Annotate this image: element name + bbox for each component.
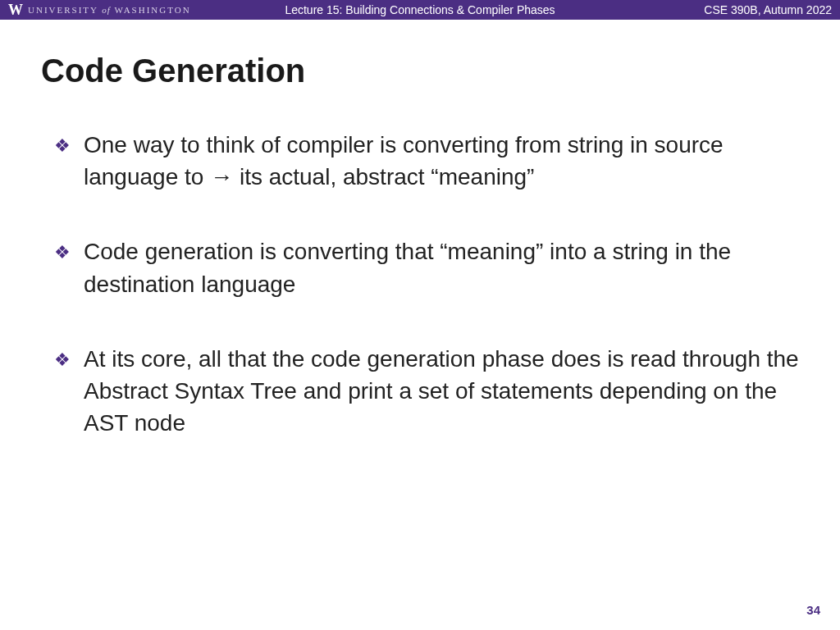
bullet-text: Code generation is converting that “mean… [84, 235, 799, 299]
slide-title: Code Generation [41, 52, 799, 89]
page-number: 34 [806, 603, 820, 617]
course-info: CSE 390B, Autumn 2022 [704, 3, 832, 16]
university-prefix: UNIVERSITY [28, 5, 98, 15]
university-name: UNIVERSITY of WASHINGTON [28, 5, 191, 15]
uw-logo-icon: W [8, 2, 23, 17]
bullet-text: At its core, all that the code generatio… [84, 343, 799, 440]
diamond-bullet-icon: ❖ [54, 240, 71, 266]
list-item: ❖ One way to think of compiler is conver… [54, 129, 799, 193]
university-of: of [102, 5, 111, 15]
list-item: ❖ Code generation is converting that “me… [54, 235, 799, 299]
diamond-bullet-icon: ❖ [54, 134, 71, 159]
header-left: W UNIVERSITY of WASHINGTON [8, 2, 191, 17]
lecture-title: Lecture 15: Building Connections & Compi… [285, 3, 555, 16]
bullet-list: ❖ One way to think of compiler is conver… [41, 129, 799, 439]
bullet-text: One way to think of compiler is converti… [84, 129, 799, 193]
header-bar: W UNIVERSITY of WASHINGTON Lecture 15: B… [0, 0, 840, 20]
slide-content: Code Generation ❖ One way to think of co… [0, 20, 840, 439]
list-item: ❖ At its core, all that the code generat… [54, 343, 799, 440]
diamond-bullet-icon: ❖ [54, 348, 71, 373]
university-suffix: WASHINGTON [114, 5, 190, 15]
